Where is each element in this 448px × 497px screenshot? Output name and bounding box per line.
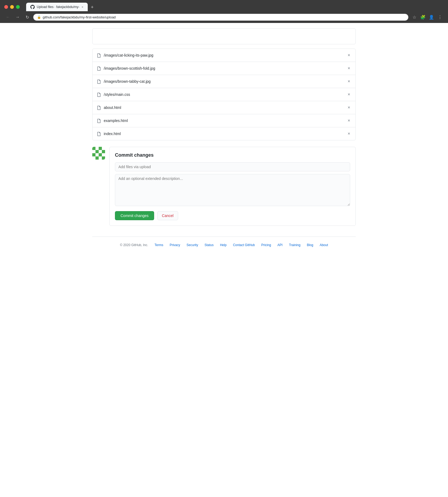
file-doc-icon xyxy=(97,118,101,123)
cancel-button[interactable]: Cancel xyxy=(157,211,178,220)
file-name: /images/brown-tabby-cat.jpg xyxy=(104,79,347,84)
footer-link-privacy[interactable]: Privacy xyxy=(170,243,180,247)
file-name: /images/cat-licking-its-paw.jpg xyxy=(104,53,347,57)
svg-rect-13 xyxy=(92,156,95,160)
file-name: examples.html xyxy=(104,119,347,123)
toolbar-actions: ☆ 🧩 👤 ⋮ xyxy=(411,13,444,21)
footer-link-about[interactable]: About xyxy=(320,243,328,247)
svg-rect-12 xyxy=(102,153,105,156)
commit-form-title: Commit changes xyxy=(115,152,350,158)
forward-button[interactable]: → xyxy=(14,13,21,21)
svg-rect-10 xyxy=(95,153,99,156)
footer-link-help[interactable]: Help xyxy=(220,243,227,247)
file-name: /images/brown-scottish-fold.jpg xyxy=(104,66,347,70)
footer-link-pricing[interactable]: Pricing xyxy=(261,243,271,247)
file-doc-icon xyxy=(97,92,101,97)
tab-bar: Upload files · fakejackbdu/my- × + xyxy=(26,3,444,11)
browser-chrome: Upload files · fakejackbdu/my- × + ← → ↻… xyxy=(0,0,448,23)
file-list-item: /images/cat-licking-its-paw.jpg × xyxy=(93,49,355,62)
url-text: github.com/fakejackbdu/my-first-website/… xyxy=(43,15,116,19)
footer-link-blog[interactable]: Blog xyxy=(307,243,313,247)
remove-file-button[interactable]: × xyxy=(347,79,351,84)
minimize-traffic-light[interactable] xyxy=(10,5,14,9)
footer-link-contact[interactable]: Contact GitHub xyxy=(233,243,255,247)
svg-rect-6 xyxy=(95,150,99,153)
file-list-item: /images/brown-tabby-cat.jpg × xyxy=(93,75,355,88)
remove-file-button[interactable]: × xyxy=(347,92,351,97)
file-name: about.html xyxy=(104,105,347,110)
svg-rect-14 xyxy=(95,156,99,160)
extensions-button[interactable]: 🧩 xyxy=(419,13,427,21)
tab-close-button[interactable]: × xyxy=(82,5,83,9)
svg-rect-5 xyxy=(92,150,95,153)
commit-button[interactable]: Commit changes xyxy=(115,211,154,220)
browser-toolbar: ← → ↻ 🔒 github.com/fakejackbdu/my-first-… xyxy=(0,11,448,23)
commit-form: Commit changes Commit changes Cancel xyxy=(109,147,356,226)
footer-link-api[interactable]: API xyxy=(277,243,282,247)
reload-button[interactable]: ↻ xyxy=(23,13,31,21)
lock-icon: 🔒 xyxy=(37,15,41,19)
page-content: /images/cat-licking-its-paw.jpg × /image… xyxy=(0,23,448,497)
svg-rect-16 xyxy=(102,156,105,160)
file-list-item: about.html × xyxy=(93,101,355,114)
svg-rect-8 xyxy=(102,150,105,153)
file-list-item: examples.html × xyxy=(93,114,355,127)
svg-rect-7 xyxy=(99,150,102,153)
partial-scroll-container xyxy=(92,28,356,44)
back-button[interactable]: ← xyxy=(4,13,12,21)
file-doc-icon xyxy=(97,66,101,70)
commit-section: Commit changes Commit changes Cancel xyxy=(92,147,356,226)
file-name: index.html xyxy=(104,132,347,136)
footer-link-terms[interactable]: Terms xyxy=(155,243,163,247)
traffic-lights xyxy=(4,5,20,9)
active-tab[interactable]: Upload files · fakejackbdu/my- × xyxy=(26,3,88,11)
remove-file-button[interactable]: × xyxy=(347,66,351,71)
footer-links: © 2020 GitHub, Inc. Terms Privacy Securi… xyxy=(92,243,356,247)
svg-rect-4 xyxy=(102,147,105,150)
remove-file-button[interactable]: × xyxy=(347,131,351,136)
svg-rect-11 xyxy=(99,153,102,156)
file-doc-icon xyxy=(97,105,101,110)
remove-file-button[interactable]: × xyxy=(347,118,351,123)
footer-link-security[interactable]: Security xyxy=(187,243,198,247)
svg-rect-9 xyxy=(92,153,95,156)
remove-file-button[interactable]: × xyxy=(347,53,351,58)
github-tab-icon xyxy=(30,5,35,9)
page-footer: © 2020 GitHub, Inc. Terms Privacy Securi… xyxy=(92,236,356,253)
close-traffic-light[interactable] xyxy=(4,5,8,9)
commit-description-textarea[interactable] xyxy=(115,174,350,206)
file-doc-icon xyxy=(97,131,101,136)
file-list-item: /styles/main.css × xyxy=(93,88,355,101)
file-name: /styles/main.css xyxy=(104,92,347,97)
remove-file-button[interactable]: × xyxy=(347,105,351,110)
main-container: /images/cat-licking-its-paw.jpg × /image… xyxy=(88,23,360,259)
browser-titlebar: Upload files · fakejackbdu/my- × + xyxy=(0,0,448,11)
new-tab-button[interactable]: + xyxy=(89,3,96,11)
svg-rect-1 xyxy=(92,147,95,150)
commit-actions: Commit changes Cancel xyxy=(115,211,350,220)
footer-link-status[interactable]: Status xyxy=(205,243,214,247)
address-bar[interactable]: 🔒 github.com/fakejackbdu/my-first-websit… xyxy=(33,14,409,21)
footer-link-training[interactable]: Training xyxy=(289,243,301,247)
file-list: /images/cat-licking-its-paw.jpg × /image… xyxy=(92,49,356,140)
avatar xyxy=(92,147,105,160)
svg-rect-2 xyxy=(95,147,99,150)
file-doc-icon xyxy=(97,79,101,84)
file-list-item: /images/brown-scottish-fold.jpg × xyxy=(93,62,355,75)
svg-rect-15 xyxy=(99,156,102,160)
footer-copyright: © 2020 GitHub, Inc. xyxy=(120,243,148,247)
bookmark-button[interactable]: ☆ xyxy=(411,13,418,21)
file-doc-icon xyxy=(97,53,101,57)
svg-rect-3 xyxy=(99,147,102,150)
file-list-item: index.html × xyxy=(93,127,355,140)
profile-button[interactable]: 👤 xyxy=(428,13,435,21)
maximize-traffic-light[interactable] xyxy=(16,5,20,9)
menu-button[interactable]: ⋮ xyxy=(436,13,444,21)
tab-title: Upload files · fakejackbdu/my- xyxy=(37,5,79,9)
commit-message-input[interactable] xyxy=(115,162,350,171)
